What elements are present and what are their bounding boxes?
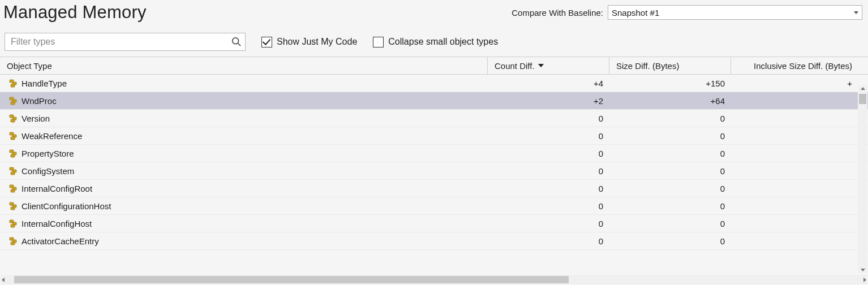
col-object-type[interactable]: Object Type <box>0 57 487 74</box>
count-diff-value: 0 <box>599 201 603 211</box>
class-icon <box>9 96 18 105</box>
collapse-small-label: Collapse small object types <box>388 37 498 47</box>
size-diff-value: 0 <box>720 184 725 193</box>
class-icon <box>9 79 18 88</box>
class-icon <box>9 149 18 158</box>
type-name: InternalConfigRoot <box>22 184 92 193</box>
type-name: WndProc <box>22 96 57 106</box>
svg-point-3 <box>233 38 239 44</box>
filter-types-input-wrap[interactable] <box>5 33 246 51</box>
size-diff-value: 0 <box>720 201 725 211</box>
incl-size-diff-value: + <box>847 79 852 88</box>
size-diff-value: 0 <box>720 166 725 176</box>
page-title: Managed Memory <box>3 2 147 23</box>
scroll-up-icon[interactable] <box>861 87 865 90</box>
count-diff-value: +4 <box>594 79 603 88</box>
grid-header-row: Object Type Count Diff. Size Diff. (Byte… <box>0 57 868 75</box>
scroll-down-icon[interactable] <box>861 269 865 271</box>
type-name: ActivatorCacheEntry <box>22 236 99 246</box>
size-diff-value: 0 <box>720 236 725 246</box>
table-row[interactable]: InternalConfigHost00 <box>0 215 868 232</box>
count-diff-value: 0 <box>599 149 603 158</box>
class-icon <box>9 201 18 210</box>
count-diff-value: 0 <box>599 131 603 141</box>
table-row[interactable]: HandleType+4+150+ <box>0 75 868 92</box>
size-diff-value: +150 <box>706 79 725 88</box>
size-diff-value: 0 <box>720 114 725 123</box>
count-diff-value: 0 <box>599 166 603 176</box>
table-row[interactable]: ActivatorCacheEntry00 <box>0 232 868 250</box>
class-icon <box>9 114 18 123</box>
show-just-my-code-checkbox[interactable]: Show Just My Code <box>261 37 357 48</box>
type-name: WeakReference <box>22 131 82 141</box>
show-just-my-code-label: Show Just My Code <box>277 37 357 47</box>
chevron-down-icon <box>854 11 858 14</box>
table-row[interactable]: PropertyStore00 <box>0 145 868 162</box>
count-diff-value: 0 <box>599 184 603 193</box>
collapse-small-checkbox[interactable]: Collapse small object types <box>373 37 498 48</box>
vertical-scroll-thumb[interactable] <box>859 94 866 104</box>
type-name: InternalConfigHost <box>22 219 92 228</box>
col-size-diff[interactable]: Size Diff. (Bytes) <box>609 57 731 74</box>
type-name: PropertyStore <box>22 149 74 158</box>
size-diff-value: 0 <box>720 149 725 158</box>
horizontal-scroll-thumb[interactable] <box>14 276 569 283</box>
table-row[interactable]: WndProc+2+64 <box>0 92 868 110</box>
table-row[interactable]: InternalConfigRoot00 <box>0 180 868 197</box>
search-icon <box>231 37 242 47</box>
type-name: HandleType <box>22 79 67 88</box>
count-diff-value: 0 <box>599 236 603 246</box>
class-icon <box>9 131 18 140</box>
baseline-label: Compare With Baseline: <box>512 8 603 18</box>
col-inclusive-size-diff[interactable]: Inclusive Size Diff. (Bytes) <box>731 57 858 74</box>
checkbox-icon <box>261 37 272 48</box>
table-row[interactable]: ConfigSystem00 <box>0 162 868 180</box>
type-name: ConfigSystem <box>22 166 74 176</box>
baseline-value: Snapshot #1 <box>612 8 659 18</box>
class-icon <box>9 236 18 245</box>
type-name: Version <box>22 114 50 123</box>
scroll-right-icon[interactable] <box>863 278 866 282</box>
size-diff-value: +64 <box>711 96 725 106</box>
baseline-combobox[interactable]: Snapshot #1 <box>608 5 862 20</box>
count-diff-value: +2 <box>594 96 603 106</box>
horizontal-scrollbar[interactable] <box>1 275 867 284</box>
table-row[interactable]: Version00 <box>0 110 868 127</box>
vertical-scrollbar[interactable] <box>858 86 867 273</box>
checkbox-icon <box>373 37 384 48</box>
size-diff-value: 0 <box>720 131 725 141</box>
svg-line-4 <box>238 44 241 46</box>
types-grid: Object Type Count Diff. Size Diff. (Byte… <box>0 57 868 250</box>
count-diff-value: 0 <box>599 114 603 123</box>
col-count-diff[interactable]: Count Diff. <box>487 57 609 74</box>
sort-desc-icon <box>538 64 544 67</box>
type-name: ClientConfigurationHost <box>22 201 111 211</box>
size-diff-value: 0 <box>720 219 725 228</box>
table-row[interactable]: ClientConfigurationHost00 <box>0 197 868 215</box>
count-diff-value: 0 <box>599 219 603 228</box>
class-icon <box>9 219 18 228</box>
filter-types-input[interactable] <box>10 36 231 48</box>
class-icon <box>9 166 18 175</box>
class-icon <box>9 184 18 193</box>
table-row[interactable]: WeakReference00 <box>0 127 868 145</box>
scroll-left-icon[interactable] <box>2 278 5 282</box>
